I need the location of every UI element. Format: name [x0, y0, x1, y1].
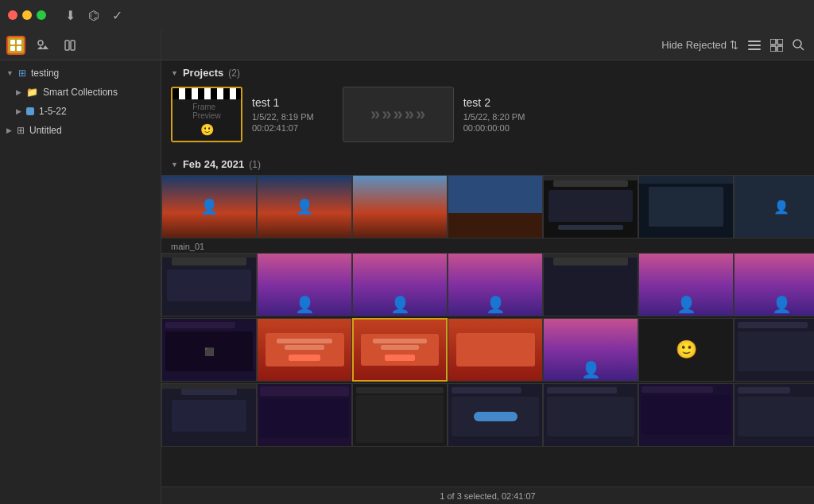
- key-icon[interactable]: ⌬: [88, 8, 99, 23]
- close-button[interactable]: [8, 10, 17, 20]
- filmstrip-cell-2-1[interactable]: [161, 253, 257, 316]
- project-item-test1[interactable]: FramePreview 🙂 test 1 1/5/22, 8:19 PM 00…: [171, 87, 314, 142]
- maximize-button[interactable]: [37, 10, 46, 20]
- sidebar-label-untitled: Untitled: [29, 125, 62, 136]
- filmstrip-cell-3-2[interactable]: [257, 318, 352, 382]
- sidebar: ▼ ⊞ testing ▶ 📁 Smart Collections ▶ 1-5-…: [0, 30, 161, 504]
- sidebar-label-smart-collections: Smart Collections: [43, 87, 118, 98]
- filmstrip-label-1: main_01: [161, 240, 814, 253]
- grid-icon: ⊞: [17, 125, 25, 136]
- filmstrip-cell-3-3[interactable]: [352, 318, 448, 382]
- chevron-arrow-2: »: [382, 104, 391, 125]
- sidebar-label-testing: testing: [31, 68, 59, 79]
- svg-line-15: [800, 47, 804, 50]
- grid-view-button[interactable]: [770, 39, 783, 52]
- filmstrip-cell-1-7[interactable]: 👤: [734, 175, 814, 238]
- smart-collections-icon: 📁: [26, 87, 38, 98]
- person-icon-pink-5: 👤: [772, 295, 792, 314]
- minimize-button[interactable]: [22, 10, 32, 20]
- sidebar-item-untitled[interactable]: ▶ ⊞ Untitled: [0, 121, 161, 140]
- hide-rejected-button[interactable]: Hide Rejected ⇅: [661, 39, 738, 51]
- chevron-arrows: » » » » »: [370, 104, 425, 125]
- filmstrip-cell-1-4[interactable]: [448, 175, 543, 238]
- clapper-body: FramePreview 🙂: [172, 99, 241, 141]
- search-icon: [793, 39, 804, 51]
- filmstrip-cell-4-3[interactable]: [352, 383, 448, 447]
- svg-rect-12: [770, 46, 776, 52]
- filmstrip-cell-3-7[interactable]: [734, 318, 814, 382]
- svg-rect-0: [10, 40, 15, 45]
- checkmark-icon[interactable]: ✓: [112, 8, 122, 23]
- filmstrip-row-2[interactable]: 👤 👤 👤 👤: [161, 253, 814, 316]
- clapper-board-icon: FramePreview 🙂: [172, 88, 241, 141]
- svg-rect-2: [10, 46, 15, 51]
- filmstrip-cell-2-3[interactable]: 👤: [352, 253, 448, 316]
- projects-chevron-icon[interactable]: ▼: [171, 69, 178, 77]
- filmstrip-cell-4-6[interactable]: [638, 383, 734, 447]
- download-icon[interactable]: ⬇: [65, 8, 76, 23]
- filmstrip-row-4[interactable]: [161, 383, 814, 447]
- filmstrip-cell-2-4[interactable]: 👤: [448, 253, 543, 316]
- statusbar: 1 of 3 selected, 02:41:07: [161, 487, 814, 504]
- filmstrip-cell-1-6[interactable]: [638, 175, 734, 238]
- projects-section-header: ▼ Projects (2): [161, 60, 814, 83]
- content-scroll[interactable]: ▼ Projects (2) FramePreview 🙂: [161, 60, 814, 487]
- filmstrip-cell-4-1[interactable]: [161, 383, 257, 447]
- search-button[interactable]: [793, 39, 804, 51]
- projects-row: FramePreview 🙂 test 1 1/5/22, 8:19 PM 00…: [161, 83, 814, 152]
- sort-icon: ⇅: [730, 39, 738, 51]
- project-name-test1: test 1: [252, 96, 314, 109]
- chevron-arrow-3: »: [393, 104, 403, 125]
- libraries-view-button[interactable]: [6, 36, 25, 55]
- person-icon-1: 👤: [200, 198, 218, 215]
- filmstrip-cell-4-2[interactable]: [257, 383, 352, 447]
- project-date-test1: 1/5/22, 8:19 PM: [252, 112, 314, 122]
- filmstrip-cell-4-4[interactable]: [448, 383, 543, 447]
- svg-rect-6: [71, 41, 75, 50]
- svg-rect-5: [65, 41, 69, 50]
- project-duration-test1: 00:02:41:07: [252, 123, 314, 133]
- svg-rect-3: [17, 46, 21, 51]
- filmstrip-cell-2-2[interactable]: 👤: [257, 253, 352, 316]
- filmstrip-cell-3-6[interactable]: 🙂: [638, 318, 734, 382]
- project-duration-test2: 00:00:00:00: [463, 123, 525, 133]
- svg-rect-8: [748, 45, 761, 46]
- filmstrip-cell-1-1[interactable]: 👤: [161, 175, 257, 238]
- filmstrip-cell-4-5[interactable]: [543, 383, 638, 447]
- main-layout: ▼ ⊞ testing ▶ 📁 Smart Collections ▶ 1-5-…: [0, 30, 814, 504]
- filmstrip-cell-4-7[interactable]: [734, 383, 814, 447]
- sidebar-item-smart-collections[interactable]: ▶ 📁 Smart Collections: [0, 83, 161, 102]
- filmstrip-row-1[interactable]: 👤 👤 All-in-OneCollaboration ———: [161, 175, 814, 238]
- chevron-arrow-5: »: [416, 104, 425, 125]
- projects-count: (2): [228, 68, 240, 79]
- view-options-button[interactable]: [748, 41, 761, 50]
- filmstrip-cell-2-5[interactable]: [543, 253, 638, 316]
- filmstrip-cell-2-6[interactable]: 👤: [638, 253, 734, 316]
- filmstrip-cell-3-4[interactable]: [448, 318, 543, 382]
- project-item-test2[interactable]: » » » » » test 2 1/5/22, 8:20 PM 00:00:0…: [343, 87, 525, 142]
- sidebar-items: ▼ ⊞ testing ▶ 📁 Smart Collections ▶ 1-5-…: [0, 60, 161, 504]
- filmstrip-row-3[interactable]: ⬛: [161, 318, 814, 382]
- content-area: Hide Rejected ⇅: [161, 30, 814, 504]
- sidebar-item-testing[interactable]: ▼ ⊞ testing: [0, 64, 161, 83]
- filmstrip-cell-3-1[interactable]: ⬛: [161, 318, 257, 382]
- chevron-right-icon-untitled: ▶: [6, 126, 12, 134]
- filmstrip-cell-2-7[interactable]: 👤: [734, 253, 814, 316]
- chevron-arrow-4: »: [405, 104, 414, 125]
- person-icon-pink-4: 👤: [676, 295, 696, 314]
- share-view-button[interactable]: [60, 36, 79, 55]
- chevron-arrow-1: »: [370, 104, 380, 125]
- photos-view-button[interactable]: [33, 36, 52, 55]
- projects-title: Projects: [183, 67, 223, 79]
- person-icon-pink-1: 👤: [295, 295, 315, 314]
- feb-chevron-icon[interactable]: ▼: [171, 161, 178, 169]
- filmstrip-cell-1-5[interactable]: [543, 175, 638, 238]
- chevron-right-icon: ▶: [16, 107, 21, 115]
- filmstrip-cell-3-5[interactable]: 👤: [543, 318, 638, 382]
- filmstrip-cell-1-2[interactable]: 👤 All-in-OneCollaboration ——— 🧑‍💻: [257, 175, 352, 238]
- content-toolbar: Hide Rejected ⇅: [161, 30, 814, 60]
- sidebar-item-1-5-22[interactable]: ▶ 1-5-22: [0, 102, 161, 121]
- filmstrip-cell-1-3[interactable]: [352, 175, 448, 238]
- feb-section-header: ▼ Feb 24, 2021 (1): [161, 152, 814, 175]
- svg-point-4: [38, 41, 43, 45]
